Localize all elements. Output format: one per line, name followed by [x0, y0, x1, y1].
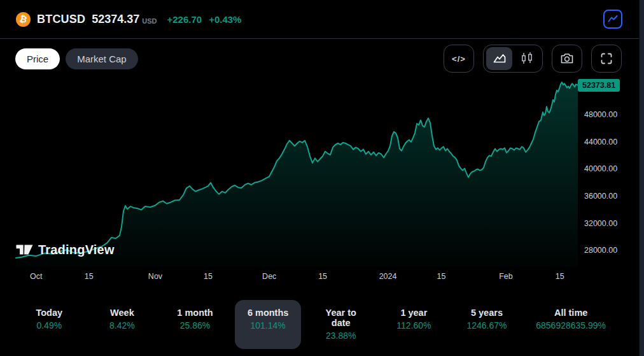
- period-change-value: 25.86%: [175, 320, 216, 331]
- area-chart-type-button[interactable]: [486, 47, 512, 70]
- current-price: 52374.37: [92, 13, 139, 26]
- period-change-value: 101.14%: [248, 320, 288, 331]
- period-1-month[interactable]: 1 month25.86%: [162, 300, 228, 349]
- period-5-years[interactable]: 5 years1246.67%: [454, 300, 520, 349]
- period-change-value: 0.49%: [29, 320, 69, 331]
- x-axis-label: 15: [204, 272, 213, 281]
- x-axis-label: Nov: [148, 272, 162, 281]
- y-axis-label: 36000.00: [584, 192, 617, 201]
- period-all-time[interactable]: All time6856928635.99%: [523, 300, 619, 349]
- period-label: Week: [102, 308, 143, 318]
- snapshot-button[interactable]: [552, 45, 582, 73]
- y-axis-label: 32000.00: [584, 219, 617, 228]
- price-chart[interactable]: 48000.0044000.0040000.0036000.0032000.00…: [0, 72, 644, 290]
- period-column: Week8.42%: [86, 300, 159, 349]
- period-label: 6 months: [248, 308, 288, 318]
- period-label: 1 year: [393, 308, 434, 318]
- candles-chart-type-button[interactable]: [514, 47, 540, 70]
- x-axis-label: 15: [318, 272, 327, 281]
- tradingview-logo-icon: [15, 241, 34, 258]
- bitcoin-icon: ₿: [16, 12, 31, 27]
- chart-tools: </>: [444, 45, 622, 73]
- period-column: All time6856928635.99%: [523, 300, 619, 349]
- period-change-value: 6856928635.99%: [536, 320, 606, 331]
- line-chart-icon: [606, 13, 619, 25]
- last-price-label: 52373.81: [578, 79, 620, 92]
- header: ₿ BTCUSD 52374.37 USD +226.70 +0.43%: [0, 0, 644, 39]
- period-change-value: 8.42%: [102, 320, 143, 331]
- y-axis-label: 48000.00: [584, 110, 617, 119]
- candlestick-icon: [519, 51, 535, 66]
- period-6-months[interactable]: 6 months101.14%: [235, 300, 301, 349]
- tradingview-watermark: TradingView: [15, 241, 115, 258]
- period-today[interactable]: Today0.49%: [16, 300, 82, 349]
- x-axis-label: 15: [85, 272, 94, 281]
- x-axis-label: Feb: [499, 272, 513, 281]
- open-full-chart-button[interactable]: [603, 10, 622, 29]
- period-label: 1 month: [175, 308, 216, 318]
- period-column: 1 year112.60%: [377, 300, 451, 349]
- period-change-value: 1246.67%: [466, 320, 507, 331]
- code-icon: </>: [452, 54, 466, 64]
- period-column: Year to date23.88%: [304, 300, 377, 349]
- x-axis-label: 15: [556, 272, 564, 281]
- fullscreen-button[interactable]: [591, 45, 622, 73]
- scrollbar[interactable]: [639, 0, 644, 356]
- period-label: Year to date: [317, 308, 365, 328]
- period-label: 5 years: [466, 308, 507, 318]
- y-axis-label: 40000.00: [584, 164, 617, 173]
- period-column: 6 months101.14%: [232, 300, 305, 349]
- period-column: Today0.49%: [13, 300, 86, 349]
- chart-type-switcher: [483, 45, 543, 73]
- price-tab[interactable]: Price: [15, 48, 60, 69]
- fullscreen-icon: [599, 51, 614, 66]
- area-chart-icon: [492, 52, 507, 66]
- market-cap-tab[interactable]: Market Cap: [66, 48, 138, 69]
- toolbar: Price Market Cap </>: [0, 39, 644, 72]
- x-axis-label: Dec: [262, 272, 276, 281]
- camera-icon: [559, 51, 575, 66]
- y-axis-label: 28000.00: [584, 246, 617, 255]
- tradingview-symbol-overview-widget: ₿ BTCUSD 52374.37 USD +226.70 +0.43% Pri…: [0, 0, 644, 356]
- period-1-year[interactable]: 1 year112.60%: [381, 300, 447, 349]
- embed-code-button[interactable]: </>: [444, 45, 474, 73]
- price-change-absolute: +226.70: [167, 14, 202, 25]
- period-label: Today: [29, 308, 69, 318]
- period-week[interactable]: Week8.42%: [89, 300, 155, 349]
- period-column: 1 month25.86%: [158, 300, 232, 349]
- watermark-text: TradingView: [38, 243, 115, 257]
- area-fill: [16, 82, 578, 267]
- symbol-name: BTCUSD: [37, 13, 85, 26]
- period-label: All time: [536, 308, 606, 318]
- price-change-percent: +0.43%: [209, 14, 241, 25]
- period-year-to-date[interactable]: Year to date23.88%: [304, 300, 377, 349]
- period-change-value: 112.60%: [393, 320, 434, 331]
- x-axis-label: 2024: [379, 272, 397, 281]
- y-axis-label: 44000.00: [584, 138, 617, 146]
- currency-label: USD: [142, 17, 157, 25]
- period-change-value: 23.88%: [317, 331, 365, 341]
- period-selector: Today0.49%Week8.42%1 month25.86%6 months…: [0, 290, 644, 349]
- x-axis-label: Oct: [30, 272, 42, 281]
- period-column: 5 years1246.67%: [451, 300, 524, 349]
- x-axis-label: 15: [437, 272, 445, 281]
